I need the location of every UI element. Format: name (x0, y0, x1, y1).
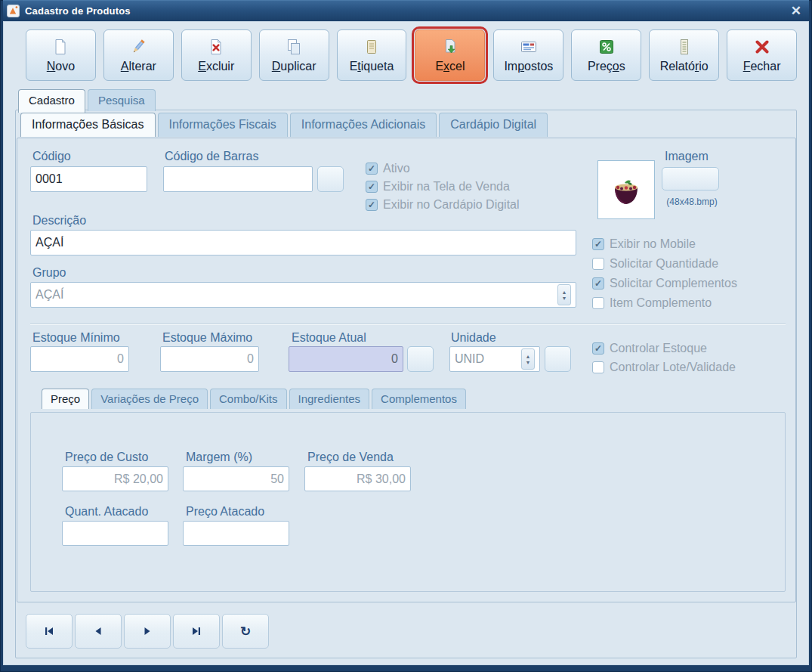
imagem-size-hint: (48x48.bmp) (662, 197, 722, 207)
unidade-add-button[interactable] (545, 346, 571, 372)
unidade-select[interactable]: UNID ▲ ▼ (449, 346, 540, 372)
grupo-select[interactable]: AÇAÍ ▲ ▼ (30, 282, 576, 308)
preco-venda-label: Preço de Venda (307, 451, 394, 464)
checkbox-label: Exibir no Mobile (610, 237, 696, 251)
checkbox-solicitar-complementos[interactable]: ✓ Solicitar Complementos (592, 277, 737, 290)
excluir-button[interactable]: Excluir (181, 29, 252, 81)
checkbox-exibir-mobile[interactable]: ✓ Exibir no Mobile (592, 237, 696, 251)
relatorio-button[interactable]: Relatório (649, 29, 719, 81)
alterar-label: Alterar (121, 60, 156, 73)
margem-label: Margem (%) (186, 451, 252, 464)
preco-custo-input[interactable] (62, 466, 168, 491)
refresh-icon: ↻ (240, 625, 251, 638)
unidade-value: UNID (455, 352, 484, 366)
close-x-icon (753, 37, 771, 57)
etiqueta-button[interactable]: Etiqueta (337, 29, 407, 81)
impostos-label: Impostos (504, 60, 553, 73)
grupo-value: AÇAÍ (36, 288, 63, 302)
checkbox-item-complemento[interactable]: ✓ Item Complemento (592, 296, 712, 310)
checkbox-exibir-tela-venda[interactable]: ✓ Exibir na Tela de Venda (366, 180, 510, 194)
checkbox-ativo[interactable]: ✓ Ativo (366, 162, 410, 175)
estoque-maximo-input[interactable] (160, 346, 259, 372)
taxes-card-icon (520, 37, 538, 57)
estoque-maximo-label: Estoque Máximo (162, 331, 252, 345)
tab-informacoes-fiscais[interactable]: Informações Fiscais (158, 113, 288, 137)
checkbox-exibir-cardapio-digital[interactable]: ✓ Exibir no Cardápio Digital (366, 198, 520, 212)
tab-informacoes-basicas[interactable]: Informações Básicas (20, 113, 156, 137)
tab-informacoes-adicionais[interactable]: Informações Adicionais (290, 113, 437, 137)
window-cadastro-de-produtos: Cadastro de Produtos ✕ Novo Alterar (0, 0, 812, 672)
etiqueta-label: Etiqueta (350, 60, 394, 73)
tab-pesquisa[interactable]: Pesquisa (88, 89, 156, 111)
estoque-atual-adjust-button[interactable] (407, 346, 434, 372)
tab-cardapio-digital[interactable]: Cardápio Digital (439, 113, 548, 137)
tab-variacoes-de-preco[interactable]: Variações de Preço (91, 389, 208, 409)
preco-custo-label: Preço de Custo (65, 451, 148, 464)
checkbox-controlar-estoque[interactable]: ✓ Controlar Estoque (592, 342, 707, 355)
checkbox-label: Ativo (383, 162, 410, 175)
previous-record-button[interactable] (75, 614, 122, 649)
preco-venda-input[interactable] (304, 466, 411, 491)
next-record-button[interactable] (124, 614, 171, 649)
tab-combo-kits[interactable]: Combo/Kits (210, 389, 287, 409)
checkbox-icon: ✓ (366, 181, 378, 193)
novo-label: Novo (47, 60, 75, 73)
alterar-button[interactable]: Alterar (103, 29, 174, 81)
checkbox-icon: ✓ (592, 258, 604, 270)
codigo-input[interactable] (30, 166, 147, 192)
checkbox-label: Controlar Estoque (610, 342, 707, 355)
spinner-updown-icon[interactable]: ▲ ▼ (521, 348, 535, 370)
tab-preco[interactable]: Preço (42, 389, 89, 409)
first-record-button[interactable] (26, 614, 73, 649)
duplicar-button[interactable]: Duplicar (259, 29, 329, 81)
imagem-browse-button[interactable] (662, 167, 719, 190)
margem-input[interactable] (183, 466, 289, 491)
estoque-minimo-input[interactable] (30, 346, 129, 372)
info-tab-bar: Informações Básicas Informações Fiscais … (20, 113, 548, 137)
acai-bowl-image (608, 172, 644, 208)
checkbox-label: Item Complemento (610, 296, 712, 310)
quant-atacado-label: Quant. Atacado (65, 505, 148, 519)
edit-pencil-icon (129, 37, 147, 57)
preco-atacado-label: Preço Atacado (186, 505, 264, 519)
tab-ingredientes[interactable]: Ingredientes (289, 389, 370, 409)
fechar-button[interactable]: Fechar (727, 29, 797, 81)
main-tab-bar: Cadastro Pesquisa (18, 89, 156, 111)
novo-button[interactable]: Novo (26, 29, 96, 81)
delete-document-icon (207, 37, 225, 57)
precos-button[interactable]: Preços (571, 29, 641, 81)
price-tab-bar: Preço Variações de Preço Combo/Kits Ingr… (42, 389, 466, 409)
estoque-atual-label: Estoque Atual (292, 331, 366, 345)
estoque-atual-input[interactable] (289, 346, 403, 372)
checkbox-icon: ✓ (366, 199, 378, 211)
quant-atacado-input[interactable] (62, 521, 168, 546)
toolbar: Novo Alterar Excluir Duplicar (26, 29, 797, 81)
tab-cadastro[interactable]: Cadastro (18, 89, 85, 113)
tab-complementos[interactable]: Complementos (372, 389, 466, 409)
window-close-icon[interactable]: ✕ (791, 5, 801, 17)
excel-button[interactable]: Excel (415, 29, 485, 81)
refresh-button[interactable]: ↻ (222, 614, 269, 649)
last-record-button[interactable] (173, 614, 220, 649)
codigo-barras-input[interactable] (163, 166, 313, 192)
checkbox-icon: ✓ (592, 277, 604, 290)
excel-export-icon (441, 37, 459, 57)
checkbox-controlar-lote-validade[interactable]: ✓ Controlar Lote/Validade (592, 361, 736, 374)
percent-icon (597, 37, 616, 57)
preco-atacado-input[interactable] (183, 521, 289, 546)
fechar-label: Fechar (743, 60, 781, 73)
spinner-updown-icon[interactable]: ▲ ▼ (557, 284, 571, 305)
descricao-input[interactable] (30, 230, 576, 255)
checkbox-solicitar-quantidade[interactable]: ✓ Solicitar Quantidade (592, 257, 718, 271)
next-record-icon (141, 625, 153, 637)
product-image-thumbnail (597, 160, 655, 219)
codigo-barras-lookup-button[interactable] (317, 166, 344, 192)
impostos-button[interactable]: Impostos (493, 29, 563, 81)
precos-label: Preços (588, 60, 625, 73)
excluir-label: Excluir (198, 60, 234, 73)
unidade-label: Unidade (451, 331, 496, 345)
checkbox-icon: ✓ (366, 163, 378, 175)
duplicar-label: Duplicar (272, 60, 316, 73)
section-divider (30, 324, 786, 325)
previous-record-icon (92, 625, 104, 637)
